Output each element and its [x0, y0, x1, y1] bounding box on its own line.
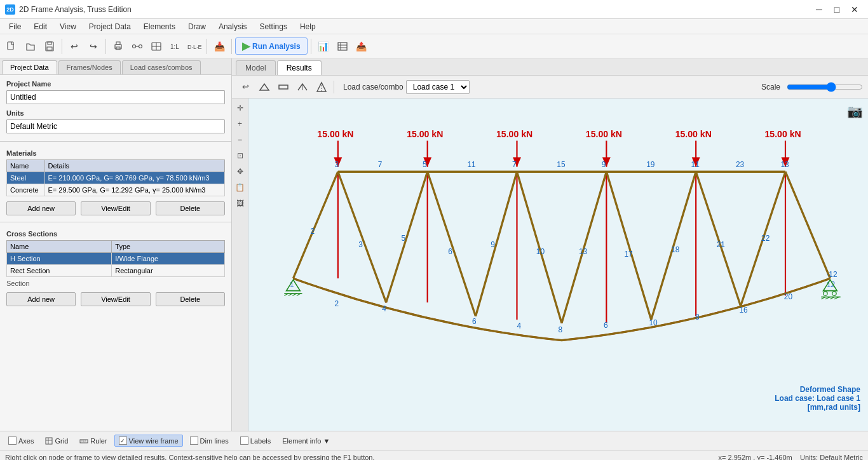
status-left: Right click on node or frame to view det… [5, 454, 374, 461]
ct-back-btn[interactable]: ↩ [237, 79, 254, 95]
undo-button[interactable]: ↩ [65, 37, 83, 55]
right-tabs: Model Results [232, 58, 868, 76]
results-button[interactable]: 📊 [315, 37, 332, 55]
cs-name-rect: Rect Section [7, 265, 112, 277]
st-zoomin-btn[interactable]: + [233, 117, 247, 131]
st-results-btn[interactable]: 📋 [233, 180, 247, 194]
cs-row-rect[interactable]: Rect Section Rectangular [7, 265, 225, 277]
st-select-btn[interactable]: ✥ [233, 165, 247, 179]
svg-text:15.00 kN: 15.00 kN [586, 129, 622, 139]
menu-projectdata[interactable]: Project Data [83, 21, 137, 32]
units-input[interactable] [6, 119, 225, 133]
st-zoomout-btn[interactable]: − [233, 133, 247, 147]
ct-axial-btn[interactable] [313, 79, 330, 95]
material-row-steel[interactable]: Steel E= 210.000 GPa, G= 80.769 GPa, γ= … [7, 172, 225, 184]
project-name-section: Project Name [0, 75, 231, 109]
labels-check [240, 436, 248, 445]
svg-text:8: 8 [695, 313, 700, 321]
svg-text:11: 11 [691, 160, 700, 169]
tab-model[interactable]: Model [236, 60, 276, 75]
cs-delete-button[interactable]: Delete [156, 292, 225, 306]
col-cs-name: Name [7, 241, 112, 253]
svg-text:1:L: 1:L [170, 43, 179, 50]
menu-edit[interactable]: Edit [27, 21, 53, 32]
material-row-concrete[interactable]: Concrete E= 29.500 GPa, G= 12.292 GPa, γ… [7, 184, 225, 196]
run-analysis-button[interactable]: ▶ Run Analysis [235, 37, 308, 55]
section-button[interactable] [147, 37, 165, 55]
project-name-input[interactable] [6, 90, 225, 104]
new-button[interactable] [3, 37, 20, 55]
svg-text:9: 9 [491, 240, 495, 249]
st-fit-btn[interactable]: ⊡ [233, 149, 247, 163]
scale-button[interactable]: 1:L [166, 37, 184, 55]
ct-shear-btn[interactable] [294, 79, 311, 95]
col-name: Name [7, 160, 45, 172]
svg-rect-20 [279, 85, 288, 89]
nodes-button[interactable] [128, 37, 146, 55]
scale-slider[interactable] [787, 82, 863, 92]
svg-text:3: 3 [358, 240, 363, 249]
menu-file[interactable]: File [3, 21, 27, 32]
tab-frames-nodes[interactable]: Frames/Nodes [58, 60, 121, 74]
menu-view[interactable]: View [53, 21, 83, 32]
grid-icon [45, 437, 53, 445]
menu-help[interactable]: Help [294, 21, 322, 32]
grid-toggle[interactable]: Grid [41, 435, 72, 447]
import-button[interactable]: 📥 [210, 37, 228, 55]
materials-add-button[interactable]: Add new [6, 201, 76, 215]
left-panel: Project Data Frames/Nodes Load cases/com… [0, 58, 232, 431]
wireframe-toggle[interactable]: ✓ View wire frame [114, 435, 183, 447]
svg-text:13: 13 [780, 160, 789, 169]
maximize-button[interactable]: □ [829, 3, 845, 16]
lc-select[interactable]: Load case 1 [406, 80, 470, 94]
redo-button[interactable]: ↪ [85, 37, 102, 55]
open-button[interactable] [22, 37, 39, 55]
right-panel: Model Results ↩ Load case/combo Load cas… [232, 58, 868, 431]
cs-edit-button[interactable]: View/Edit [81, 292, 150, 306]
labels-toggle[interactable]: Labels [236, 435, 275, 447]
dimlines-toggle[interactable]: Dim lines [186, 435, 233, 447]
ct-moment-btn[interactable] [275, 79, 292, 95]
axes-check [8, 436, 17, 445]
tab-load-cases[interactable]: Load cases/combos [122, 60, 201, 74]
menu-elements[interactable]: Elements [137, 21, 182, 32]
table-button[interactable] [334, 37, 351, 55]
svg-text:5: 5 [402, 234, 406, 243]
canvas-area[interactable]: 📷 [248, 98, 868, 431]
svg-point-7 [133, 44, 136, 48]
ct-frame-btn[interactable] [256, 79, 273, 95]
st-export-btn[interactable]: 🖼 [233, 196, 247, 210]
materials-delete-button[interactable]: Delete [156, 201, 225, 215]
svg-text:15: 15 [557, 160, 566, 169]
menu-analysis[interactable]: Analysis [212, 21, 254, 32]
cs-add-button[interactable]: Add new [6, 292, 76, 306]
st-pan-btn[interactable]: ✛ [233, 101, 247, 115]
print-button[interactable] [109, 37, 127, 55]
menu-draw[interactable]: Draw [182, 21, 212, 32]
tab-results[interactable]: Results [277, 60, 322, 75]
close-button[interactable]: ✕ [846, 3, 863, 16]
ruler-toggle[interactable]: Ruler [75, 435, 111, 447]
tab-project-data[interactable]: Project Data [2, 60, 57, 74]
svg-text:6: 6 [604, 321, 608, 330]
axes-toggle[interactable]: Axes [4, 435, 38, 447]
lc-label: Load case/combo [343, 83, 403, 91]
minimize-button[interactable]: ─ [811, 3, 827, 16]
svg-text:21: 21 [717, 240, 726, 249]
svg-text:4: 4 [517, 321, 522, 330]
elementinfo-toggle[interactable]: Element info ▼ [278, 435, 334, 447]
materials-edit-button[interactable]: View/Edit [81, 201, 150, 215]
svg-point-8 [139, 44, 142, 48]
cs-row-h-section[interactable]: H Section I/Wide Flange [7, 253, 225, 265]
col-cs-type: Type [112, 241, 225, 253]
save-button[interactable] [41, 37, 58, 55]
ct-sep-1 [334, 81, 334, 93]
cross-sections-buttons: Add new View/Edit Delete [0, 288, 231, 310]
dl-button[interactable]: D·L·E [186, 37, 203, 55]
menu-settings[interactable]: Settings [254, 21, 294, 32]
main-content: Project Data Frames/Nodes Load cases/com… [0, 58, 868, 431]
camera-icon[interactable]: 📷 [847, 104, 863, 119]
elementinfo-label: Element info [282, 437, 321, 445]
svg-text:22: 22 [761, 234, 770, 243]
export-button[interactable]: 📤 [353, 37, 370, 55]
